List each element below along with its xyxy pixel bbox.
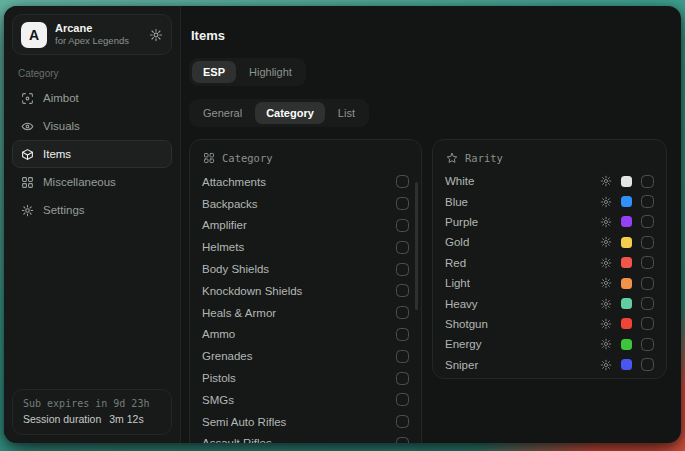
rarity-row: Heavy (445, 293, 654, 313)
mode-highlight[interactable]: Highlight (238, 61, 303, 83)
eye-icon (21, 120, 34, 133)
tab-general[interactable]: General (192, 102, 253, 124)
app-logo: A (21, 22, 47, 48)
gear-icon[interactable] (600, 338, 612, 350)
category-row-label: Helmets (202, 241, 244, 253)
rarity-row-label: Light (445, 277, 470, 289)
gear-icon[interactable] (149, 28, 163, 42)
category-checkbox[interactable] (396, 263, 409, 276)
rarity-checkbox[interactable] (641, 338, 654, 351)
mode-toggle-row: ESPHighlight (189, 58, 667, 86)
category-row: Helmets (202, 236, 409, 258)
gear-icon[interactable] (600, 298, 612, 310)
rarity-checkbox[interactable] (641, 256, 654, 269)
sidebar-item-aimbot[interactable]: Aimbot (12, 84, 172, 112)
color-swatch[interactable] (621, 278, 632, 289)
grid-icon (21, 176, 34, 189)
category-row-label: Ammo (202, 328, 235, 340)
subscription-card: Sub expires in 9d 23h Session duration 3… (12, 389, 172, 435)
rarity-checkbox[interactable] (641, 317, 654, 330)
sidebar-nav: Aimbot Visuals Items Miscellaneous Setti… (12, 84, 172, 224)
category-panel: Category Attachments Backpacks Amplifier… (189, 139, 422, 443)
rarity-checkbox[interactable] (641, 195, 654, 208)
rarity-row: Purple (445, 212, 654, 232)
category-checkbox[interactable] (396, 219, 409, 232)
rarity-checkbox[interactable] (641, 236, 654, 249)
gear-icon[interactable] (600, 175, 612, 187)
scrollbar-thumb[interactable] (415, 182, 418, 310)
gear-icon[interactable] (600, 236, 612, 248)
category-checkbox[interactable] (396, 197, 409, 210)
category-checkbox[interactable] (396, 437, 409, 443)
rarity-row-controls (600, 215, 654, 228)
app-window: A Arcane for Apex Legends Category Aimbo… (4, 6, 681, 443)
color-swatch[interactable] (621, 318, 632, 329)
color-swatch[interactable] (621, 298, 632, 309)
panels: Category Attachments Backpacks Amplifier… (189, 139, 667, 443)
rarity-row: Energy (445, 334, 654, 354)
category-row-label: Amplifier (202, 219, 247, 231)
color-swatch[interactable] (621, 196, 632, 207)
gear-icon[interactable] (600, 277, 612, 289)
category-checkbox[interactable] (396, 350, 409, 363)
gear-icon[interactable] (600, 318, 612, 330)
category-checkbox[interactable] (396, 328, 409, 341)
session-duration-value: 3m 12s (109, 413, 143, 425)
category-checkbox[interactable] (396, 175, 409, 188)
category-row-label: Heals & Armor (202, 307, 276, 319)
rarity-checkbox[interactable] (641, 297, 654, 310)
category-checkbox[interactable] (396, 372, 409, 385)
sidebar-item-label: Visuals (43, 120, 80, 132)
rarity-checkbox[interactable] (641, 277, 654, 290)
category-row: Pistols (202, 367, 409, 389)
color-swatch[interactable] (621, 359, 632, 370)
category-row: Heals & Armor (202, 302, 409, 324)
sidebar-item-miscellaneous[interactable]: Miscellaneous (12, 168, 172, 196)
category-row-label: Knockdown Shields (202, 285, 302, 297)
rarity-panel: Rarity White Blue Purple Gold (432, 139, 667, 379)
color-swatch[interactable] (621, 237, 632, 248)
category-checkbox[interactable] (396, 415, 409, 428)
category-checkbox[interactable] (396, 284, 409, 297)
color-swatch[interactable] (621, 339, 632, 350)
page-title: Items (191, 28, 667, 43)
category-row-label: Semi Auto Rifles (202, 416, 286, 428)
star-icon (446, 152, 458, 164)
category-row-label: Body Shields (202, 263, 269, 275)
sidebar-item-items[interactable]: Items (12, 140, 172, 168)
sidebar-item-visuals[interactable]: Visuals (12, 112, 172, 140)
rarity-list: White Blue Purple Gold Red (445, 171, 654, 375)
session-duration: Session duration 3m 12s (23, 413, 161, 425)
category-row: SMGs (202, 389, 409, 411)
rarity-panel-title: Rarity (465, 152, 503, 164)
mode-esp[interactable]: ESP (192, 61, 236, 83)
rarity-row-controls (600, 277, 654, 290)
rarity-row-controls (600, 175, 654, 188)
category-checkbox[interactable] (396, 393, 409, 406)
rarity-row-controls (600, 236, 654, 249)
gear-icon[interactable] (600, 257, 612, 269)
category-row-label: Grenades (202, 350, 253, 362)
tab-category[interactable]: Category (255, 102, 325, 124)
category-checkbox[interactable] (396, 306, 409, 319)
rarity-checkbox[interactable] (641, 175, 654, 188)
rarity-checkbox[interactable] (641, 215, 654, 228)
category-row: Amplifier (202, 215, 409, 237)
tab-list[interactable]: List (327, 102, 366, 124)
rarity-row-controls (600, 256, 654, 269)
color-swatch[interactable] (621, 216, 632, 227)
category-row: Semi Auto Rifles (202, 411, 409, 433)
color-swatch[interactable] (621, 257, 632, 268)
rarity-row-controls (600, 317, 654, 330)
rarity-row-label: Heavy (445, 298, 478, 310)
gear-icon[interactable] (600, 359, 612, 371)
gear-icon[interactable] (600, 196, 612, 208)
rarity-row: White (445, 171, 654, 191)
color-swatch[interactable] (621, 176, 632, 187)
category-checkbox[interactable] (396, 241, 409, 254)
rarity-checkbox[interactable] (641, 358, 654, 371)
gear-icon[interactable] (600, 216, 612, 228)
sidebar-item-settings[interactable]: Settings (12, 196, 172, 224)
rarity-row: Sniper (445, 355, 654, 375)
category-list: Attachments Backpacks Amplifier Helmets … (202, 171, 409, 443)
